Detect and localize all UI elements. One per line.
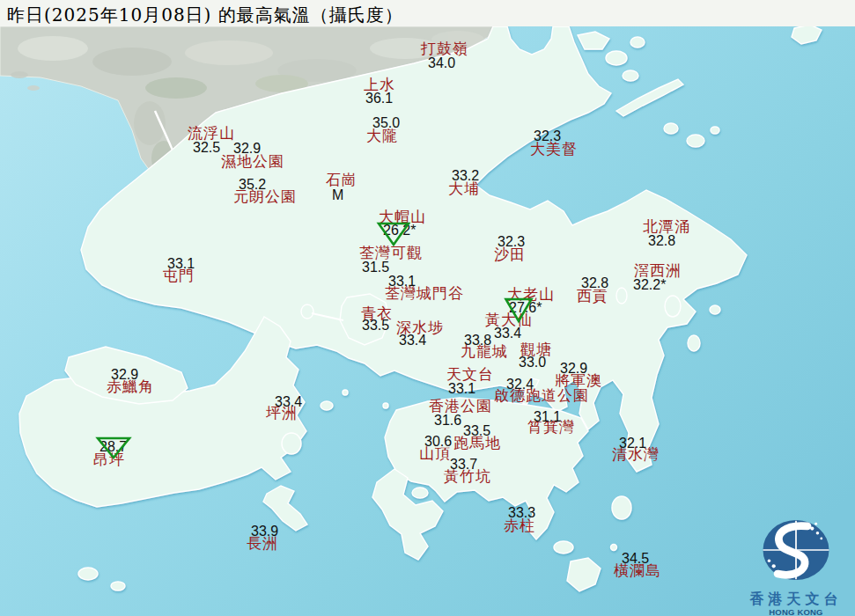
station-value: 32.9: [111, 368, 138, 382]
station-value: 32.9: [233, 142, 261, 156]
station-name: 天文台: [446, 367, 494, 382]
station-value: 33.3: [508, 506, 535, 520]
station-value: 32.9: [560, 362, 587, 376]
station-name: 流浮山: [188, 126, 235, 141]
station-value: 32.1: [619, 436, 646, 451]
station-name: 滘西洲: [634, 263, 682, 278]
station-value: 31.5: [362, 260, 389, 275]
station-value: 26.2*: [383, 224, 416, 238]
station-value: 32.8: [581, 276, 608, 290]
station-value: 33.8: [464, 334, 491, 348]
station-value: 33.5: [362, 319, 389, 333]
station-value: 32.8: [648, 234, 675, 248]
station-name: 大美督: [530, 142, 578, 157]
station-value: 33.1: [167, 257, 195, 271]
station-value: 35.0: [372, 116, 400, 130]
station-name: 北潭涌: [643, 219, 690, 234]
station-name: 沙田: [494, 247, 526, 262]
station-value: 34.5: [622, 552, 649, 566]
station-value: 33.9: [251, 524, 278, 539]
station-value: 33.0: [519, 356, 546, 370]
station-value: 33.1: [388, 275, 416, 289]
station-value: 34.0: [428, 56, 455, 70]
station-value: 35.2: [239, 178, 266, 192]
station-value: 32.3: [498, 235, 525, 249]
station-name: 西貢: [577, 289, 608, 304]
station-value: 33.4: [399, 334, 426, 348]
station-name: 赤柱: [504, 518, 535, 533]
stations-layer: 打鼓嶺34.0上水36.1大隴35.0流浮山32.5濕地公園32.9元朗公園35…: [0, 0, 855, 616]
station-name: 大隴: [366, 128, 398, 143]
station-value: 32.3: [534, 129, 561, 143]
station-value: 33.4: [494, 326, 521, 341]
station-name: 大埔: [448, 181, 480, 196]
station-name: 荃灣可觀: [359, 246, 423, 260]
station-name: 打鼓嶺: [421, 41, 468, 56]
hko-emblem-icon: [754, 514, 838, 586]
station-value: 33.4: [275, 395, 302, 409]
station-value: 33.1: [448, 382, 475, 396]
hko-logo-chinese: 香港天文台: [738, 591, 854, 607]
station-value: 31.1: [534, 410, 561, 424]
station-value: 32.4: [506, 378, 534, 392]
station-name: 昂坪: [93, 452, 125, 467]
station-value: 32.5: [193, 141, 220, 155]
station-value: 33.7: [450, 458, 477, 472]
station-value: 33.2: [452, 169, 479, 183]
map-title: 昨日(2025年10月08日) 的最高氣溫（攝氏度）: [7, 4, 403, 27]
station-value: 28.7: [100, 440, 127, 454]
hko-logo: 香港天文台 HONG KONG OBSERVATORY: [738, 514, 854, 616]
station-value: M: [332, 188, 343, 202]
station-name: 香港公園: [429, 399, 492, 414]
station-name: 濕地公園: [221, 154, 284, 169]
hko-max-temperature-map: 昨日(2025年10月08日) 的最高氣溫（攝氏度） 打鼓嶺34.0上水36.1…: [0, 0, 855, 616]
station-value: 33.5: [463, 424, 490, 438]
station-value: 31.6: [434, 414, 461, 428]
station-value: 32.2*: [633, 278, 666, 292]
station-value: 30.6: [424, 435, 452, 449]
hko-logo-english: HONG KONG OBSERVATORY: [738, 607, 854, 616]
station-name: 石崗: [326, 172, 357, 187]
station-value: 36.1: [365, 92, 393, 106]
